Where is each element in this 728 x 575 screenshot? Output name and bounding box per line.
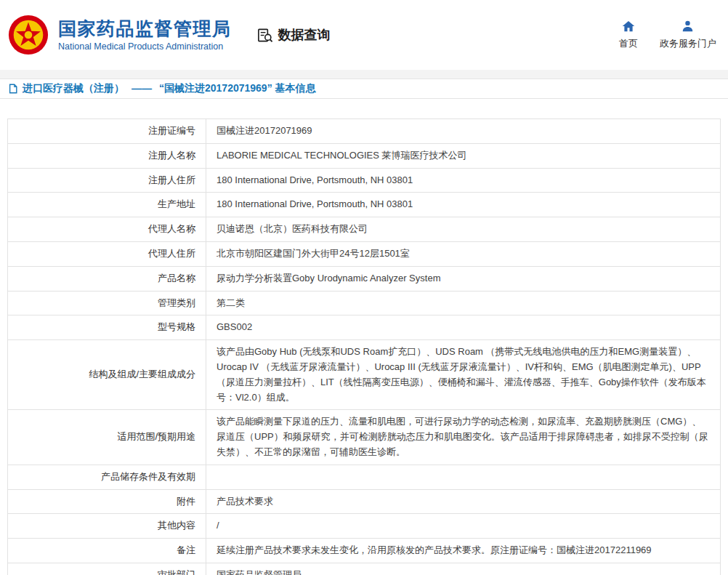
row-value: GBS002: [206, 315, 721, 340]
row-value: 第二类: [206, 291, 721, 315]
nmpa-logo-link[interactable]: 国家药品监督管理局 National Medical Products Admi…: [7, 14, 232, 56]
row-value: 180 International Drive, Portsmouth, NH …: [206, 193, 721, 217]
row-value: 国家药品监督管理局: [206, 563, 721, 575]
row-label: 注册人名称: [8, 143, 206, 168]
site-header: 国家药品监督管理局 National Medical Products Admi…: [0, 0, 728, 70]
registration-info-table: 注册证编号国械注进20172071969注册人名称LABORIE MEDICAL…: [7, 118, 721, 575]
row-label: 代理人名称: [8, 217, 206, 242]
table-row: 注册人名称LABORIE MEDICAL TECHNOLOGIES 莱博瑞医疗技…: [8, 143, 721, 168]
data-query-label: 数据查询: [278, 26, 331, 44]
table-row: 附件产品技术要求: [8, 489, 721, 514]
table-row: 备注延续注册产品技术要求未发生变化，沿用原核发的产品技术要求。原注册证编号：国械…: [8, 539, 721, 563]
row-label: 管理类别: [8, 291, 206, 315]
info-table-body: 注册证编号国械注进20172071969注册人名称LABORIE MEDICAL…: [8, 119, 721, 575]
row-value: 国械注进20172071969: [206, 119, 721, 144]
table-row: 代理人名称贝迪诺恩（北京）医药科技有限公司: [8, 217, 721, 242]
row-value: 180 International Drive, Portsmouth, NH …: [206, 168, 721, 193]
table-row: 产品名称尿动力学分析装置Goby Urodynamic Analyzer Sys…: [8, 266, 721, 291]
site-subtitle: National Medical Products Administration: [58, 41, 232, 52]
row-label: 注册人住所: [8, 168, 206, 193]
row-value: /: [206, 514, 721, 539]
row-value: LABORIE MEDICAL TECHNOLOGIES 莱博瑞医疗技术公司: [206, 143, 721, 168]
table-row: 代理人住所北京市朝阳区建国门外大街甲24号12层1501室: [8, 241, 721, 266]
nav-portal-label: 政务服务门户: [660, 37, 716, 50]
row-value: 该产品由Goby Hub (无线泵和UDS Roam扩充口）、UDS Roam …: [206, 340, 721, 410]
table-row: 生产地址180 International Drive, Portsmouth,…: [8, 193, 721, 217]
table-row: 适用范围/预期用途该产品能瞬测量下尿道的压力、流量和肌电图，可进行尿动力学的动态…: [8, 410, 721, 465]
row-label: 适用范围/预期用途: [8, 410, 206, 465]
home-icon: [621, 20, 636, 33]
row-label: 生产地址: [8, 193, 206, 217]
table-row: 其他内容/: [8, 514, 721, 539]
page-title: “国械注进20172071969” 基本信息: [159, 82, 316, 95]
row-value: [206, 465, 721, 489]
breadcrumb-separator: ——: [132, 83, 152, 95]
site-title: 国家药品监督管理局: [58, 18, 232, 39]
document-icon: [8, 84, 18, 94]
row-value: 产品技术要求: [206, 489, 721, 514]
row-value: 延续注册产品技术要求未发生变化，沿用原核发的产品技术要求。原注册证编号：国械注进…: [206, 539, 721, 563]
data-query-tab[interactable]: 数据查询: [256, 26, 331, 44]
data-query-icon: [256, 27, 273, 44]
table-row: 管理类别第二类: [8, 291, 721, 315]
table-row: 型号规格GBS002: [8, 315, 721, 340]
breadcrumb: 进口医疗器械（注册） —— “国械注进20172071969” 基本信息: [0, 79, 728, 99]
row-label: 结构及组成/主要组成成分: [8, 340, 206, 410]
row-label: 产品名称: [8, 266, 206, 291]
row-label: 其他内容: [8, 514, 206, 539]
row-label: 注册证编号: [8, 119, 206, 144]
row-label: 备注: [8, 539, 206, 563]
table-row: 审批部门国家药品监督管理局: [8, 563, 721, 575]
row-label: 附件: [8, 489, 206, 514]
row-label: 产品储存条件及有效期: [8, 465, 206, 489]
row-label: 型号规格: [8, 315, 206, 340]
table-row: 注册证编号国械注进20172071969: [8, 119, 721, 144]
registration-info-section: 注册证编号国械注进20172071969注册人名称LABORIE MEDICAL…: [0, 99, 728, 575]
user-icon: [681, 20, 695, 33]
row-value: 尿动力学分析装置Goby Urodynamic Analyzer System: [206, 266, 721, 291]
nmpa-logo-icon: [7, 14, 49, 56]
nav-home-label: 首页: [619, 37, 638, 50]
logo-text: 国家药品监督管理局 National Medical Products Admi…: [58, 18, 232, 52]
table-row: 注册人住所180 International Drive, Portsmouth…: [8, 168, 721, 193]
nav-home[interactable]: 首页: [619, 20, 638, 50]
table-row: 结构及组成/主要组成成分该产品由Goby Hub (无线泵和UDS Roam扩充…: [8, 340, 721, 410]
row-value: 北京市朝阳区建国门外大街甲24号12层1501室: [206, 241, 721, 266]
header-nav: 首页 政务服务门户: [619, 20, 716, 50]
nav-portal[interactable]: 政务服务门户: [660, 20, 716, 50]
row-value: 贝迪诺恩（北京）医药科技有限公司: [206, 217, 721, 242]
row-label: 代理人住所: [8, 241, 206, 266]
row-value: 该产品能瞬测量下尿道的压力、流量和肌电图，可进行尿动力学的动态检测，如尿流率、充…: [206, 410, 721, 465]
breadcrumb-category[interactable]: 进口医疗器械（注册）: [23, 82, 124, 95]
row-label: 审批部门: [8, 563, 206, 575]
table-row: 产品储存条件及有效期: [8, 465, 721, 489]
header-divider-strip: [0, 70, 728, 79]
